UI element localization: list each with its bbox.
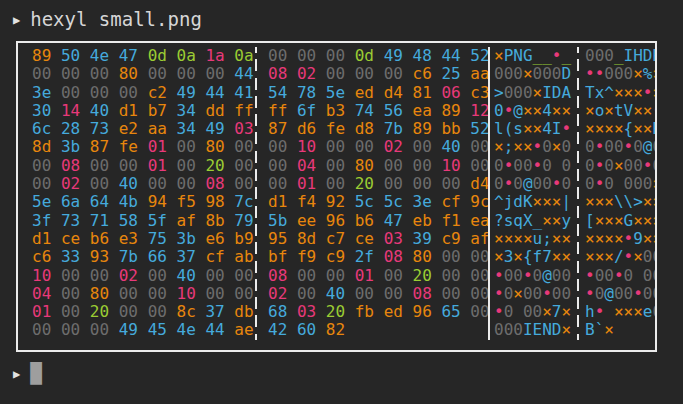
hex-byte: f9 [297,248,316,266]
ascii-char: T [585,84,595,102]
hex-group-2: 08 02 00 00 00 c6 25 aa [255,65,488,83]
ascii-char: 0 [533,65,543,83]
hex-byte: 44 [205,84,224,102]
ascii-group-2: B`× [577,321,655,339]
hex-byte: c6 [413,65,432,83]
ascii-char: 0 [504,285,514,303]
hex-byte: 48 [413,47,432,65]
hex-byte: 44 [441,47,460,65]
hex-row: 3f 73 71 58 5f af 8b 795b ee 96 b6 47 eb… [18,212,655,230]
ascii-char: | [561,193,571,211]
hex-byte: 64 [90,193,109,211]
ascii-group-1: ×PNG__•_ [488,47,577,65]
ascii-char: 0 [513,175,523,193]
hex-byte: 00 [384,285,403,303]
ascii-char: • [595,65,605,83]
hex-group-2: 00 10 00 00 02 00 40 00 [255,138,488,156]
hex-byte: 00 [148,285,167,303]
hex-byte: 49 [119,321,138,339]
hex-group-1: 6c 28 73 e2 aa 34 49 03 [18,120,255,138]
ascii-char: × [533,102,543,120]
hex-byte: c2 [148,84,167,102]
hex-group-1: 30 14 40 d1 b7 34 dd ff [18,102,255,120]
hex-byte: 34 [177,102,196,120]
hex-byte: 10 [177,285,196,303]
hex-byte: ed [355,84,374,102]
hex-byte: 00 [470,138,488,156]
ascii-char: I [542,84,552,102]
ascii-char: • [533,157,543,175]
ascii-char: 4 [542,120,552,138]
ascii-char: × [633,65,643,83]
hex-byte: c7 [326,230,345,248]
ascii-char: > [633,193,643,211]
hex-byte: 00 [205,267,224,285]
hex-byte: 02 [61,175,80,193]
ascii-char: 0 [504,84,514,102]
hex-byte: 49 [205,120,224,138]
hex-group-2: 00 00 00 0d 49 48 44 52 [255,47,488,65]
hex-byte: 00 [32,321,51,339]
hex-byte: c9 [441,230,460,248]
hex-byte: 00 [326,157,345,175]
hex-byte: 74 [355,102,374,120]
hex-byte: ce [61,230,80,248]
hex-byte: 7b [384,120,403,138]
hex-byte: d4 [470,175,488,193]
ascii-char: 0 [523,303,533,321]
command-line: ▶ hexyl small.png [13,8,202,30]
hex-byte: 96 [326,212,345,230]
hex-byte: 00 [470,157,488,175]
hex-byte: 44 [234,65,253,83]
hex-byte: 6a [61,193,80,211]
ascii-char: × [633,303,643,321]
shell-prompt-line[interactable]: ▶ █ [13,362,42,384]
ascii-char: • [494,285,504,303]
ascii-char: × [614,212,624,230]
ascii-char: { [624,120,634,138]
hex-byte: 28 [61,120,80,138]
command-text: hexyl small.png [30,8,202,30]
hex-byte: 52 [470,47,488,65]
ascii-char: × [633,248,643,266]
hex-byte: 41 [234,84,253,102]
hex-byte: 37 [205,303,224,321]
ascii-char: 0 [595,285,605,303]
hex-byte: d1 [119,102,138,120]
ascii-char: × [614,230,624,248]
hex-byte: 80 [355,157,374,175]
hex-byte: 0a [177,47,196,65]
ascii-char: • [561,120,571,138]
ascii-group-2: ××××{××R [577,120,655,138]
ascii-char: 0 [504,303,514,321]
hex-byte: 3f [32,212,51,230]
hex-byte: 00 [470,285,488,303]
hex-byte: 47 [384,212,403,230]
ascii-char: × [513,285,523,303]
ascii-char: 0 [604,65,614,83]
hex-byte: b3 [326,102,345,120]
ascii-char: 0 [533,285,543,303]
ascii-char: × [513,138,523,156]
hex-group-2: bf f9 c9 2f 08 80 00 00 [255,248,488,266]
block-cursor[interactable]: █ [30,363,41,383]
ascii-group-1: 000×000D [488,65,577,83]
ascii-char: × [595,120,605,138]
hex-byte: 5c [355,193,374,211]
hex-byte: 00 [90,321,109,339]
hex-byte: 00 [470,248,488,266]
hex-byte: 4e [90,47,109,65]
hex-byte: ab [234,248,253,266]
ascii-char: • [585,267,595,285]
hex-byte: af [177,212,196,230]
hex-byte: c6 [32,248,51,266]
ascii-group-2: [×××G××× [577,212,655,230]
hex-byte: 00 [297,285,316,303]
ascii-char: • [624,248,634,266]
hex-byte: 00 [384,267,403,285]
hex-group-2: 87 d6 fe d8 7b 89 bb 52 [255,120,488,138]
hex-byte: 00 [177,175,196,193]
ascii-group-1: •0 00×7× [488,303,577,321]
ascii-char: 0 [595,47,605,65]
ascii-char: 0 [652,248,655,266]
